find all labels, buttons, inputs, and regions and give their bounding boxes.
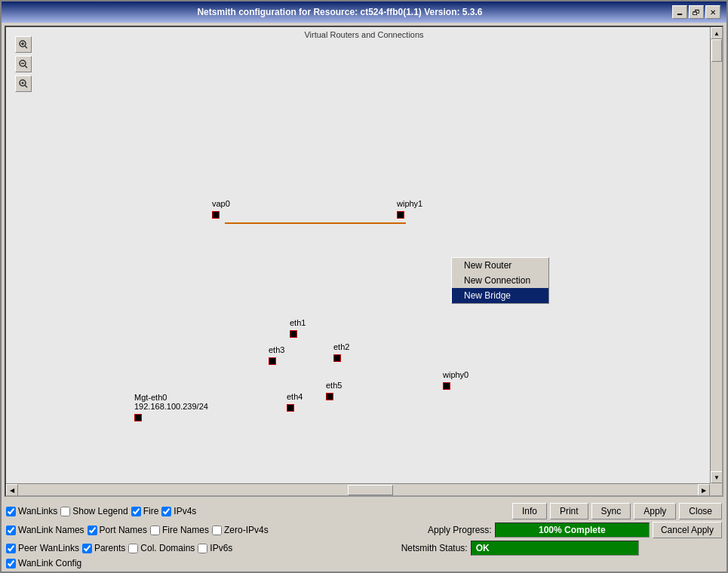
node-wiphy0[interactable]: wiphy0 bbox=[443, 382, 450, 390]
window-title: Netsmith configuration for Resource: ct5… bbox=[8, 7, 672, 17]
node-label-wiphy1: wiphy1 bbox=[397, 199, 422, 208]
title-bar: Netsmith configuration for Resource: ct5… bbox=[2, 2, 726, 23]
zoom-out-button[interactable] bbox=[15, 56, 32, 72]
close-button[interactable]: ✕ bbox=[705, 5, 720, 19]
connections-svg bbox=[6, 27, 722, 495]
scrollbar-horizontal[interactable]: ◀ ▶ bbox=[6, 483, 710, 495]
sync-button[interactable]: Sync bbox=[591, 503, 631, 519]
node-label-eth2: eth2 bbox=[333, 342, 349, 351]
checkbox-fire-names-label: Fire Names bbox=[162, 525, 209, 535]
checkbox-peer-wanlinks-input[interactable] bbox=[6, 544, 16, 553]
print-button[interactable]: Print bbox=[550, 503, 588, 519]
checkbox-peer-wanlinks-label: Peer WanLinks bbox=[18, 543, 79, 553]
node-square-eth5 bbox=[326, 393, 333, 400]
scroll-left-button[interactable]: ◀ bbox=[6, 484, 18, 495]
checkbox-parents-label: Parents bbox=[94, 543, 125, 553]
node-wiphy1[interactable]: wiphy1 bbox=[397, 211, 404, 219]
checkbox-port-names[interactable]: Port Names bbox=[88, 525, 147, 535]
checkbox-wanlinks[interactable]: WanLinks bbox=[6, 506, 57, 516]
node-label-eth5: eth5 bbox=[326, 381, 342, 390]
checkbox-fire-names-input[interactable] bbox=[150, 526, 160, 535]
maximize-button[interactable]: 🗗 bbox=[689, 5, 704, 19]
checkbox-fire-names[interactable]: Fire Names bbox=[150, 525, 209, 535]
minimize-button[interactable]: 🗕 bbox=[672, 5, 687, 19]
checkbox-col-domains[interactable]: Col. Domains bbox=[128, 543, 195, 553]
controls-left: WanLinks Show Legend Fire IPv4s bbox=[6, 503, 722, 568]
scrollbar-corner bbox=[710, 483, 722, 495]
context-menu-item-new-bridge[interactable]: New Bridge bbox=[452, 288, 548, 303]
node-eth5[interactable]: eth5 bbox=[326, 393, 333, 400]
node-vap0[interactable]: vap0 bbox=[212, 211, 220, 219]
close-button[interactable]: Close bbox=[679, 503, 722, 519]
checkbox-zero-ipv4s[interactable]: Zero-IPv4s bbox=[212, 525, 269, 535]
checkbox-zero-ipv4s-label: Zero-IPv4s bbox=[224, 525, 269, 535]
checkbox-ipv6s-label: IPv6s bbox=[210, 543, 232, 553]
checkbox-ipv4s-label: IPv4s bbox=[174, 506, 196, 516]
checkbox-ipv4s-input[interactable] bbox=[161, 507, 171, 516]
node-label-eth3: eth3 bbox=[269, 345, 284, 354]
checkbox-wanlink-names[interactable]: WanLink Names bbox=[6, 525, 84, 535]
checkbox-fire-input[interactable] bbox=[131, 507, 141, 516]
checkbox-fire[interactable]: Fire bbox=[131, 506, 159, 516]
checkbox-ipv6s[interactable]: IPv6s bbox=[198, 543, 232, 553]
info-button[interactable]: Info bbox=[512, 503, 547, 519]
scroll-thumb-vertical[interactable] bbox=[711, 39, 722, 62]
checkbox-fire-label: Fire bbox=[143, 506, 159, 516]
checkbox-ipv4s[interactable]: IPv4s bbox=[161, 506, 196, 516]
node-square-eth4 bbox=[287, 404, 294, 412]
node-eth1[interactable]: eth1 bbox=[290, 330, 297, 338]
node-eth3[interactable]: eth3 bbox=[269, 357, 276, 365]
node-square-vap0 bbox=[212, 211, 220, 219]
node-label-eth4: eth4 bbox=[287, 392, 303, 401]
checkbox-wanlink-names-input[interactable] bbox=[6, 526, 16, 535]
scroll-down-button[interactable]: ▼ bbox=[711, 471, 722, 483]
svg-line-8 bbox=[25, 85, 27, 87]
checkbox-ipv6s-input[interactable] bbox=[198, 544, 207, 553]
checkbox-zero-ipv4s-input[interactable] bbox=[212, 526, 222, 535]
controls-row2: WanLink Names Port Names Fire Names bbox=[6, 522, 722, 538]
checkbox-wanlink-config-input[interactable] bbox=[6, 559, 16, 568]
checkbox-wanlinks-label: WanLinks bbox=[18, 506, 57, 516]
main-window: Netsmith configuration for Resource: ct5… bbox=[0, 0, 728, 573]
checkbox-wanlink-config[interactable]: WanLink Config bbox=[6, 558, 81, 568]
checkbox-parents[interactable]: Parents bbox=[82, 543, 125, 553]
scroll-thumb-horizontal[interactable] bbox=[348, 485, 393, 495]
checkbox-port-names-input[interactable] bbox=[88, 526, 97, 535]
controls-row3: Peer WanLinks Parents Col. Domains bbox=[6, 541, 722, 556]
title-bar-buttons: 🗕 🗗 ✕ bbox=[672, 5, 720, 19]
controls-row4: WanLink Config bbox=[6, 558, 722, 568]
status-label: Netsmith Status: bbox=[401, 543, 468, 553]
svg-point-9 bbox=[22, 82, 24, 84]
context-menu-item-new-router[interactable]: New Router bbox=[452, 258, 548, 273]
scroll-right-button[interactable]: ▶ bbox=[698, 484, 710, 495]
node-eth2[interactable]: eth2 bbox=[333, 354, 341, 362]
node-square-wiphy1 bbox=[397, 211, 404, 219]
node-label-eth1: eth1 bbox=[290, 318, 306, 327]
checkbox-col-domains-input[interactable] bbox=[128, 544, 138, 553]
svg-line-3 bbox=[25, 46, 27, 48]
node-mgt-eth0[interactable]: Mgt-eth0192.168.100.239/24 bbox=[134, 414, 142, 421]
cancel-apply-button[interactable]: Cancel Apply bbox=[653, 522, 722, 538]
controls-main: WanLinks Show Legend Fire IPv4s bbox=[6, 503, 722, 568]
canvas-container: Virtual Routers and Connections bbox=[5, 26, 723, 497]
context-menu-item-new-connection[interactable]: New Connection bbox=[452, 273, 548, 288]
node-square-wiphy0 bbox=[443, 382, 450, 390]
scroll-up-button[interactable]: ▲ bbox=[711, 27, 722, 39]
apply-button[interactable]: Apply bbox=[634, 503, 676, 519]
checkbox-parents-input[interactable] bbox=[82, 544, 92, 553]
zoom-fit-button[interactable] bbox=[15, 75, 32, 92]
progress-label: Apply Progress: bbox=[428, 525, 492, 535]
checkbox-wanlinks-input[interactable] bbox=[6, 507, 16, 516]
zoom-in-button[interactable] bbox=[15, 36, 32, 53]
node-label-mgt-eth0: Mgt-eth0192.168.100.239/24 bbox=[134, 393, 208, 411]
zoom-controls bbox=[15, 36, 32, 92]
drawing-area[interactable]: vap0 wiphy1 eth1 bbox=[6, 27, 722, 495]
bottom-controls: WanLinks Show Legend Fire IPv4s bbox=[2, 500, 726, 571]
scrollbar-vertical[interactable]: ▲ ▼ bbox=[710, 27, 722, 483]
checkbox-col-domains-label: Col. Domains bbox=[140, 543, 195, 553]
node-label-vap0: vap0 bbox=[212, 199, 230, 208]
node-eth4[interactable]: eth4 bbox=[287, 404, 294, 412]
checkbox-show-legend-input[interactable] bbox=[60, 507, 70, 516]
checkbox-show-legend[interactable]: Show Legend bbox=[60, 506, 127, 516]
checkbox-peer-wanlinks[interactable]: Peer WanLinks bbox=[6, 543, 79, 553]
